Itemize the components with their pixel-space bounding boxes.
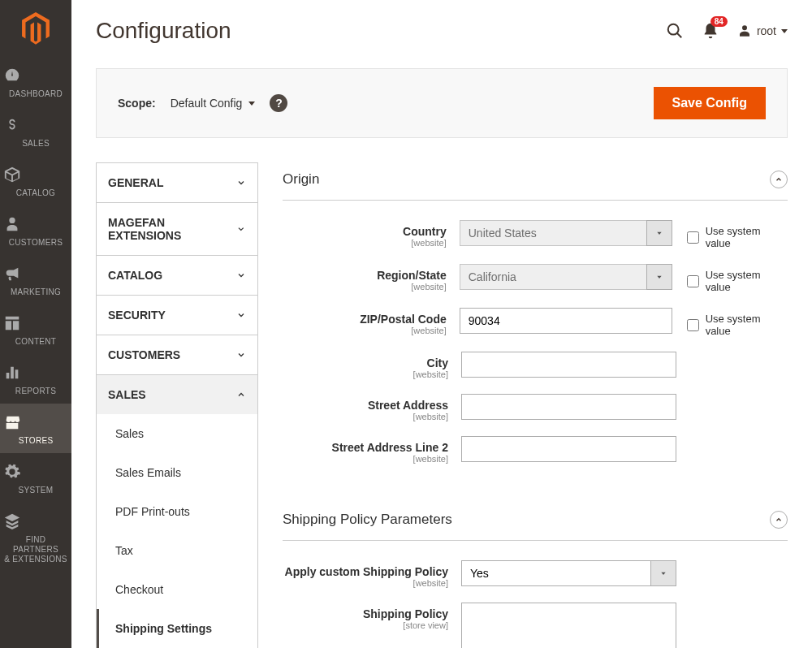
- field-apply-shipping-policy: Apply custom Shipping Policy [website] Y…: [283, 560, 788, 588]
- nav-catalog[interactable]: CATALOG: [0, 156, 71, 205]
- field-shipping-policy: Shipping Policy [store view]: [283, 603, 788, 648]
- fieldset-shipping-policy: Shipping Policy Parameters Apply custom …: [283, 503, 788, 648]
- config-section-security[interactable]: SECURITY: [97, 296, 257, 335]
- config-item-shipping-settings[interactable]: Shipping Settings: [97, 609, 257, 648]
- gear-icon: [3, 463, 68, 481]
- chevron-down-icon: [236, 350, 246, 360]
- shipping-policy-textarea[interactable]: [461, 603, 676, 648]
- config-section-general[interactable]: GENERAL: [97, 163, 257, 202]
- fieldset-origin-header[interactable]: Origin: [283, 162, 788, 201]
- stack-icon: [3, 512, 68, 530]
- nav-customers[interactable]: CUSTOMERS: [0, 205, 71, 255]
- region-use-system-checkbox[interactable]: [687, 275, 699, 287]
- country-use-system-checkbox[interactable]: [687, 231, 699, 244]
- magento-logo[interactable]: [0, 0, 71, 57]
- config-item-checkout[interactable]: Checkout: [97, 570, 257, 609]
- nav-marketing[interactable]: MARKETING: [0, 255, 71, 305]
- search-icon[interactable]: [666, 22, 684, 40]
- config-item-tax[interactable]: Tax: [97, 531, 257, 570]
- page-title: Configuration: [96, 18, 231, 44]
- apply-shipping-policy-select[interactable]: Yes: [461, 560, 650, 586]
- nav-partners[interactable]: FIND PARTNERS& EXTENSIONS: [0, 503, 71, 572]
- notification-badge: 84: [710, 16, 728, 27]
- config-section-catalog[interactable]: CATALOG: [97, 256, 257, 295]
- scope-selector[interactable]: Default Config: [171, 97, 256, 110]
- svg-marker-2: [657, 232, 661, 235]
- config-section-sales[interactable]: SALES: [97, 375, 257, 414]
- dollar-icon: [3, 116, 68, 134]
- chevron-down-icon: [236, 224, 246, 234]
- chevron-down-icon: [236, 310, 246, 320]
- field-city: City [website]: [283, 352, 788, 379]
- country-select[interactable]: United States: [460, 220, 646, 246]
- bullhorn-icon: [3, 265, 68, 283]
- city-input[interactable]: [461, 352, 676, 378]
- caret-down-icon: [650, 560, 676, 586]
- field-region: Region/State [website] California: [283, 264, 788, 293]
- page-header: Configuration 84 root: [96, 0, 788, 68]
- svg-marker-3: [657, 276, 661, 279]
- config-body: Origin Country [website]: [283, 162, 788, 648]
- nav-content[interactable]: CONTENT: [0, 305, 71, 354]
- fieldset-shipping-policy-header[interactable]: Shipping Policy Parameters: [283, 503, 788, 541]
- caret-down-icon: [248, 102, 255, 106]
- field-street2: Street Address Line 2 [website]: [283, 436, 788, 464]
- bars-icon: [3, 364, 68, 382]
- person-icon: [3, 215, 68, 233]
- config-item-sales[interactable]: Sales: [97, 414, 257, 453]
- config-section-magefan[interactable]: MAGEFAN EXTENSIONS: [97, 203, 257, 255]
- caret-down-icon: [646, 220, 672, 246]
- nav-dashboard[interactable]: DASHBOARD: [0, 57, 71, 106]
- notifications-icon[interactable]: 84: [702, 22, 719, 40]
- zip-use-system-checkbox[interactable]: [687, 319, 699, 331]
- config-item-pdf-printouts[interactable]: PDF Print-outs: [97, 492, 257, 531]
- svg-line-1: [677, 33, 682, 38]
- street2-input[interactable]: [461, 436, 676, 462]
- region-select[interactable]: California: [460, 264, 646, 290]
- scope-label: Scope:: [118, 97, 156, 110]
- chevron-down-icon: [236, 270, 246, 280]
- config-nav: GENERAL MAGEFAN EXTENSIONS CATALOG SECUR…: [96, 162, 258, 648]
- admin-sidebar: DASHBOARD SALES CATALOG CUSTOMERS MARKET…: [0, 0, 71, 648]
- user-menu[interactable]: root: [737, 24, 788, 38]
- storefront-icon: [3, 413, 68, 431]
- svg-point-0: [668, 24, 679, 35]
- collapse-icon: [770, 511, 788, 529]
- fieldset-origin: Origin Country [website]: [283, 162, 788, 486]
- field-zip: ZIP/Postal Code [website] Use system val…: [283, 308, 788, 337]
- box-icon: [3, 166, 68, 184]
- svg-marker-4: [661, 572, 665, 575]
- scope-bar: Scope: Default Config ? Save Config: [96, 68, 788, 138]
- street-input[interactable]: [461, 394, 676, 420]
- caret-down-icon: [781, 29, 788, 33]
- help-icon[interactable]: ?: [270, 94, 287, 112]
- nav-sales[interactable]: SALES: [0, 106, 71, 156]
- chevron-up-icon: [236, 390, 246, 400]
- chevron-down-icon: [236, 178, 246, 188]
- field-street: Street Address [website]: [283, 394, 788, 421]
- caret-down-icon: [646, 264, 672, 290]
- gauge-icon: [3, 67, 68, 84]
- collapse-icon: [770, 171, 788, 188]
- layout-icon: [3, 314, 68, 332]
- config-section-customers[interactable]: CUSTOMERS: [97, 335, 257, 374]
- field-country: Country [website] United States: [283, 220, 788, 249]
- save-config-button[interactable]: Save Config: [654, 87, 766, 119]
- config-item-sales-emails[interactable]: Sales Emails: [97, 453, 257, 492]
- nav-reports[interactable]: REPORTS: [0, 354, 71, 404]
- zip-input[interactable]: [460, 308, 672, 334]
- nav-system[interactable]: SYSTEM: [0, 453, 71, 503]
- user-icon: [737, 24, 752, 38]
- nav-stores[interactable]: STORES: [0, 404, 71, 453]
